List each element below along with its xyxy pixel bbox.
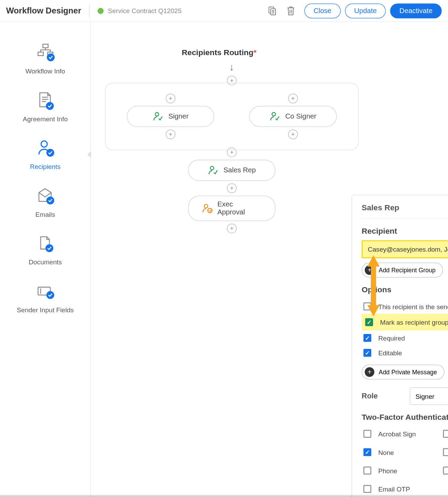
svg-point-23: [272, 112, 275, 116]
checkbox[interactable]: [363, 349, 371, 357]
checkbox[interactable]: [365, 318, 373, 326]
tfa-govid[interactable]: Government ID: [441, 463, 448, 478]
nav-label: Agreement Info: [23, 115, 67, 123]
document-name: Service Contract Q12025: [108, 7, 181, 14]
panel-title: Sales Rep: [362, 203, 448, 212]
option-sender[interactable]: This recipient is the sender: [362, 299, 448, 314]
checkbox[interactable]: [363, 467, 371, 475]
checkbox[interactable]: [443, 448, 448, 456]
nav-label: Emails: [35, 211, 55, 218]
exec-node[interactable]: Exec Approval: [188, 196, 275, 221]
svg-point-16: [46, 149, 54, 157]
plus-icon: +: [365, 367, 374, 377]
add-node-button[interactable]: +: [288, 130, 298, 139]
svg-rect-7: [43, 44, 48, 48]
checkbox[interactable]: [363, 334, 371, 342]
topbar: Workflow Designer Service Contract Q1202…: [0, 0, 448, 22]
recipient-label: Recipient: [362, 227, 448, 236]
close-button[interactable]: Close: [304, 3, 341, 18]
sender-input-icon: [35, 282, 56, 303]
recipient-emails-input[interactable]: [362, 240, 448, 258]
person-sign-icon: [208, 165, 219, 176]
nav-agreement-info[interactable]: Agreement Info: [0, 83, 91, 130]
svg-point-14: [46, 102, 54, 110]
option-required[interactable]: Required: [362, 331, 448, 345]
checkbox[interactable]: [443, 430, 448, 438]
svg-point-25: [204, 204, 208, 208]
salesrep-node[interactable]: Sales Rep: [188, 160, 275, 181]
nav-emails[interactable]: Emails: [0, 178, 91, 226]
tfa-acrobat[interactable]: Acrobat Sign: [362, 426, 437, 441]
divider: [89, 4, 90, 17]
recipients-icon: [35, 138, 56, 159]
signer-node[interactable]: Signer: [127, 106, 214, 127]
copy-icon[interactable]: [267, 5, 278, 17]
checkbox[interactable]: [363, 448, 371, 456]
deactivate-button[interactable]: Deactivate: [390, 3, 441, 18]
tfa-password[interactable]: Password: [441, 445, 448, 459]
add-node-button[interactable]: +: [166, 130, 175, 139]
nav-sender-input[interactable]: Sender Input Fields: [0, 274, 91, 321]
arrow-down-icon: ↓: [105, 62, 359, 73]
option-group[interactable]: Mark as recipient group: [362, 314, 448, 331]
checkbox[interactable]: [363, 303, 371, 311]
person-approve-icon: [201, 203, 213, 214]
svg-point-15: [41, 141, 47, 147]
add-node-button[interactable]: +: [166, 94, 175, 103]
add-node-button[interactable]: +: [288, 94, 298, 103]
nav-workflow-info[interactable]: Workflow Info: [0, 35, 91, 83]
svg-point-18: [45, 244, 53, 252]
plus-icon: +: [365, 265, 374, 275]
svg-point-24: [210, 166, 214, 170]
role-select[interactable]: Signer ⌄: [410, 387, 448, 405]
add-node-button[interactable]: +: [227, 224, 237, 233]
nav-label: Documents: [29, 258, 62, 266]
tfa-label: Two-Factor Authentication (2FA): [362, 413, 448, 422]
agreement-info-icon: [35, 91, 56, 112]
tfa-phone[interactable]: Phone: [362, 463, 437, 478]
role-label: Role: [362, 392, 410, 400]
option-editable[interactable]: Editable: [362, 345, 448, 360]
add-private-message-button[interactable]: + Add Private Message: [362, 365, 444, 379]
svg-point-22: [155, 112, 159, 116]
documents-icon: [35, 234, 56, 255]
checkbox[interactable]: [363, 485, 371, 493]
nav-label: Recipients: [30, 163, 61, 170]
status-indicator: [97, 8, 104, 14]
trash-icon[interactable]: [285, 5, 296, 17]
app-title: Workflow Designer: [6, 6, 81, 16]
options-label: Options: [362, 285, 448, 295]
nav-documents[interactable]: Documents: [0, 226, 91, 273]
add-node-button[interactable]: +: [227, 183, 237, 193]
update-button[interactable]: Update: [345, 3, 386, 18]
person-sign-icon: [153, 111, 164, 122]
person-sign-icon: [270, 111, 281, 122]
svg-point-26: [208, 209, 212, 213]
sidebar: Workflow Info Agreement Info Recipients: [0, 22, 91, 497]
nav-recipients[interactable]: Recipients: [0, 130, 91, 178]
tfa-none[interactable]: None: [362, 445, 437, 459]
recipient-panel: Sales Rep Recipient + Add Recipient Grou…: [352, 195, 448, 497]
parallel-group: + Signer + +: [105, 83, 359, 150]
checkbox[interactable]: [363, 430, 371, 438]
checkbox[interactable]: [443, 467, 448, 475]
nav-label: Workflow Info: [25, 68, 65, 75]
nav-label: Sender Input Fields: [17, 306, 74, 314]
cosigner-node[interactable]: Co Signer: [249, 106, 337, 127]
routing-title: Recipients Routing*: [0, 48, 448, 58]
tfa-kba[interactable]: KBA: [441, 426, 448, 441]
svg-point-17: [46, 196, 54, 204]
svg-point-21: [46, 291, 54, 299]
canvas: Recipients Routing* ↓ + + Signer: [91, 22, 448, 497]
add-recipient-group-button[interactable]: + Add Recipient Group: [362, 263, 443, 277]
emails-icon: [35, 186, 56, 207]
